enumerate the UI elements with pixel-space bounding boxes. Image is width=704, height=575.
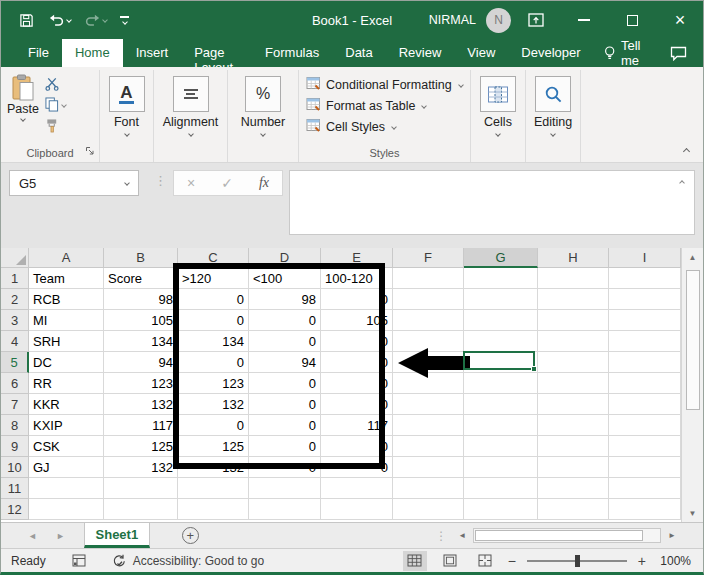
zoom-out-button[interactable]: − bbox=[508, 553, 516, 569]
minimize-button[interactable] bbox=[575, 11, 593, 29]
cell-H10[interactable] bbox=[538, 457, 609, 478]
cell-G9[interactable] bbox=[464, 436, 538, 457]
cell-G1[interactable] bbox=[464, 268, 538, 289]
cell-E6[interactable]: 0 bbox=[321, 373, 393, 394]
new-sheet-button[interactable]: + bbox=[182, 527, 199, 544]
column-header-a[interactable]: A bbox=[29, 248, 104, 268]
collapse-ribbon-icon[interactable] bbox=[683, 148, 690, 155]
cell-A10[interactable]: GJ bbox=[29, 457, 104, 478]
accessibility-status[interactable]: Accessibility: Good to go bbox=[112, 554, 264, 568]
cell-H1[interactable] bbox=[538, 268, 609, 289]
ribbon-tab-insert[interactable]: Insert bbox=[123, 39, 182, 67]
cell-H7[interactable] bbox=[538, 394, 609, 415]
column-header-f[interactable]: F bbox=[393, 248, 464, 268]
cell-styles-button[interactable]: Cell Styles bbox=[299, 116, 470, 137]
ribbon-tab-review[interactable]: Review bbox=[386, 39, 455, 67]
cell-C3[interactable]: 0 bbox=[178, 310, 249, 331]
maximize-button[interactable] bbox=[623, 11, 641, 29]
redo-button[interactable] bbox=[84, 13, 107, 28]
cell-D12[interactable] bbox=[249, 499, 321, 520]
row-header-8[interactable]: 8 bbox=[1, 415, 29, 436]
enter-check-icon[interactable]: ✓ bbox=[221, 175, 233, 191]
cell-D6[interactable]: 0 bbox=[249, 373, 321, 394]
ribbon-tab-formulas[interactable]: Formulas bbox=[252, 39, 332, 67]
cell-G10[interactable] bbox=[464, 457, 538, 478]
cell-E3[interactable]: 105 bbox=[321, 310, 393, 331]
row-header-1[interactable]: 1 bbox=[1, 268, 29, 289]
tab-splitter-dots[interactable]: ⋮ bbox=[435, 529, 447, 543]
collapse-formula-bar-icon[interactable] bbox=[679, 180, 685, 186]
avatar[interactable]: N bbox=[486, 8, 511, 33]
cell-E1[interactable]: 100-120 bbox=[321, 268, 393, 289]
row-header-9[interactable]: 9 bbox=[1, 436, 29, 457]
cells-group-button[interactable]: Cells bbox=[471, 70, 526, 162]
cell-D3[interactable]: 0 bbox=[249, 310, 321, 331]
cut-button[interactable] bbox=[45, 77, 66, 91]
cell-A7[interactable]: KKR bbox=[29, 394, 104, 415]
ribbon-display-options-icon[interactable] bbox=[527, 11, 545, 29]
cell-C6[interactable]: 123 bbox=[178, 373, 249, 394]
cell-I8[interactable] bbox=[609, 415, 681, 436]
cell-D2[interactable]: 98 bbox=[249, 289, 321, 310]
cell-I4[interactable] bbox=[609, 331, 681, 352]
cell-I10[interactable] bbox=[609, 457, 681, 478]
cell-G6[interactable] bbox=[464, 373, 538, 394]
cell-G4[interactable] bbox=[464, 331, 538, 352]
cell-I11[interactable] bbox=[609, 478, 681, 499]
zoom-slider[interactable] bbox=[527, 560, 627, 562]
undo-button[interactable] bbox=[48, 13, 71, 28]
cell-I1[interactable] bbox=[609, 268, 681, 289]
cell-D5[interactable]: 94 bbox=[249, 352, 321, 373]
cell-B1[interactable]: Score bbox=[104, 268, 178, 289]
column-header-g[interactable]: G bbox=[464, 248, 538, 268]
cell-C2[interactable]: 0 bbox=[178, 289, 249, 310]
row-header-10[interactable]: 10 bbox=[1, 457, 29, 478]
cell-G7[interactable] bbox=[464, 394, 538, 415]
cell-C1[interactable]: >120 bbox=[178, 268, 249, 289]
cell-G5[interactable] bbox=[464, 352, 538, 373]
cell-C4[interactable]: 134 bbox=[178, 331, 249, 352]
cell-B9[interactable]: 125 bbox=[104, 436, 178, 457]
cell-F5[interactable] bbox=[393, 352, 464, 373]
alignment-group-button[interactable]: Alignment bbox=[154, 70, 228, 162]
cell-H12[interactable] bbox=[538, 499, 609, 520]
cell-I7[interactable] bbox=[609, 394, 681, 415]
cell-I6[interactable] bbox=[609, 373, 681, 394]
font-group-button[interactable]: A Font bbox=[100, 70, 154, 162]
cell-F10[interactable] bbox=[393, 457, 464, 478]
ribbon-tab-data[interactable]: Data bbox=[332, 39, 385, 67]
cell-B11[interactable] bbox=[104, 478, 178, 499]
formula-input[interactable] bbox=[289, 170, 695, 235]
ribbon-tab-developer[interactable]: Developer bbox=[508, 39, 593, 67]
cell-F11[interactable] bbox=[393, 478, 464, 499]
cell-H4[interactable] bbox=[538, 331, 609, 352]
normal-view-button[interactable] bbox=[403, 551, 427, 571]
column-header-b[interactable]: B bbox=[104, 248, 178, 268]
scroll-down-icon[interactable]: ▼ bbox=[682, 504, 703, 522]
resize-dots[interactable]: ⋮ bbox=[154, 173, 167, 188]
cell-H11[interactable] bbox=[538, 478, 609, 499]
cell-E8[interactable]: 117 bbox=[321, 415, 393, 436]
comment-icon[interactable] bbox=[670, 39, 687, 67]
row-header-2[interactable]: 2 bbox=[1, 289, 29, 310]
cell-F8[interactable] bbox=[393, 415, 464, 436]
cell-H2[interactable] bbox=[538, 289, 609, 310]
ribbon-tab-home[interactable]: Home bbox=[62, 39, 123, 67]
cell-F4[interactable] bbox=[393, 331, 464, 352]
scroll-left-icon[interactable]: ◄ bbox=[455, 531, 469, 540]
cell-H6[interactable] bbox=[538, 373, 609, 394]
cell-B4[interactable]: 134 bbox=[104, 331, 178, 352]
sheet-nav-left-icon[interactable]: ◄ bbox=[28, 531, 37, 541]
cell-A9[interactable]: CSK bbox=[29, 436, 104, 457]
cancel-icon[interactable]: × bbox=[187, 175, 195, 191]
cell-B7[interactable]: 132 bbox=[104, 394, 178, 415]
cell-D7[interactable]: 0 bbox=[249, 394, 321, 415]
cell-B12[interactable] bbox=[104, 499, 178, 520]
ribbon-tab-page-layout[interactable]: Page Layout bbox=[181, 39, 252, 67]
cell-I12[interactable] bbox=[609, 499, 681, 520]
cell-B8[interactable]: 117 bbox=[104, 415, 178, 436]
cell-E7[interactable]: 0 bbox=[321, 394, 393, 415]
cell-A4[interactable]: SRH bbox=[29, 331, 104, 352]
page-layout-view-button[interactable] bbox=[438, 551, 462, 571]
cell-C5[interactable]: 0 bbox=[178, 352, 249, 373]
